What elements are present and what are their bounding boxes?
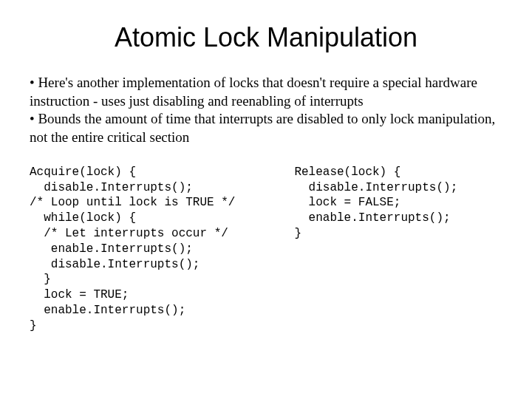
bullet-item-2: • Bounds the amount of time that interru… xyxy=(30,110,502,146)
slide-title: Atomic Lock Manipulation xyxy=(30,22,502,53)
release-code: Release(lock) { disable.Interrupts(); lo… xyxy=(294,165,502,334)
bullet-list: • Here's another implementation of locks… xyxy=(30,74,502,147)
bullet-item-1: • Here's another implementation of locks… xyxy=(30,74,502,110)
acquire-code: Acquire(lock) { disable.Interrupts(); /*… xyxy=(30,165,294,334)
code-columns: Acquire(lock) { disable.Interrupts(); /*… xyxy=(30,165,502,334)
